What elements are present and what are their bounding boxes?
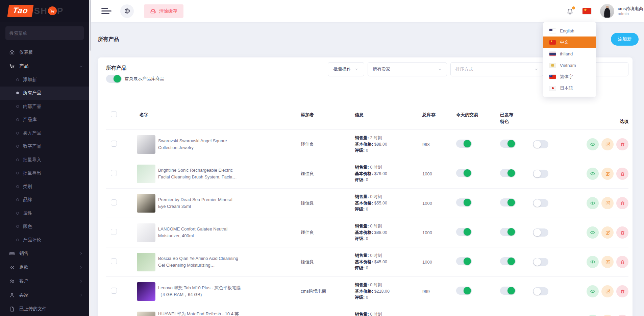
sidebar-item-customers[interactable]: 客户 (0, 274, 89, 288)
delete-button[interactable] (616, 168, 628, 180)
featured-toggle[interactable] (533, 287, 548, 295)
product-name-link[interactable]: Premier by Dead Sea Premier Mineral Eye … (158, 196, 241, 210)
view-button[interactable] (587, 285, 599, 297)
sidebar-item-refunds[interactable]: 退款 (0, 261, 89, 274)
sidebar-item-products[interactable]: 产品 (0, 59, 89, 73)
sidebar-item-attributes[interactable]: 属性 (0, 206, 89, 220)
sidebar-item-seller-products[interactable]: 卖方产品 (0, 126, 89, 140)
homepage-pool-toggle[interactable] (106, 75, 122, 83)
language-option-vn[interactable]: Vietnam (543, 59, 596, 71)
menu-toggle-icon[interactable] (101, 8, 112, 14)
row-checkbox[interactable] (111, 258, 117, 264)
sort-select[interactable]: 排序方式 (450, 62, 543, 76)
delete-button[interactable] (616, 138, 628, 150)
row-checkbox[interactable] (111, 170, 117, 176)
user-role: admin (618, 11, 643, 16)
row-checkbox[interactable] (111, 288, 117, 294)
sidebar-item-brands[interactable]: 品牌 (0, 193, 89, 207)
view-button[interactable] (587, 226, 599, 239)
todays-deal-toggle[interactable] (456, 198, 472, 206)
view-button[interactable] (587, 256, 599, 268)
edit-button[interactable] (601, 285, 614, 297)
sidebar-item-bulk-import[interactable]: 批量导入 (0, 153, 89, 167)
featured-toggle[interactable] (533, 170, 548, 178)
sidebar-item-digital-products[interactable]: 数字产品 (0, 140, 89, 153)
product-name-link[interactable]: Lenovo 聯想 Tab M10 Plus - 灰色平板電腦（4 GB RAM… (158, 285, 241, 298)
edit-button[interactable] (601, 315, 614, 316)
published-toggle[interactable] (500, 198, 516, 206)
row-checkbox[interactable] (111, 199, 117, 205)
current-language-flag-icon[interactable] (583, 8, 591, 14)
featured-toggle[interactable] (533, 258, 548, 266)
view-button[interactable] (587, 168, 599, 180)
sidebar-item-sales[interactable]: 销售 (0, 247, 89, 261)
view-button[interactable] (587, 197, 599, 209)
bulk-action-dropdown[interactable]: 批量操作 (328, 62, 364, 76)
edit-button[interactable] (601, 197, 614, 209)
todays-deal-toggle[interactable] (456, 257, 472, 265)
sidebar-item-inhouse-products[interactable]: 内部产品 (0, 100, 89, 113)
published-toggle[interactable] (500, 257, 516, 265)
view-button[interactable] (587, 315, 599, 316)
product-name-link[interactable]: LANCOME Confort Galatee Neutral Moisturi… (158, 226, 241, 239)
added-by-value: 鍾佳良 (301, 141, 355, 147)
row-checkbox[interactable] (111, 229, 117, 235)
view-button[interactable] (587, 138, 599, 150)
featured-toggle[interactable] (533, 140, 548, 148)
product-name-link[interactable]: HUAWEI 华为 MatePad Refresh - 10.4 英寸 2K F… (158, 311, 241, 316)
language-dropdown: English 中文 thiland Vietnam 繁体字 日本語 (543, 22, 596, 97)
language-option-jp[interactable]: 日本語 (543, 82, 596, 94)
featured-toggle[interactable] (533, 228, 548, 237)
language-option-th[interactable]: thiland (543, 48, 596, 59)
todays-deal-toggle[interactable] (456, 228, 472, 236)
app-logo[interactable]: Tao SHP (0, 0, 89, 22)
published-toggle[interactable] (500, 140, 516, 148)
website-link-button[interactable] (120, 4, 134, 18)
edit-button[interactable] (601, 138, 614, 150)
product-name-link[interactable]: Boscia Bo Qian Ye Amino Acid Cleansing G… (158, 255, 241, 269)
edit-button[interactable] (601, 168, 614, 180)
menu-search-input[interactable] (5, 26, 84, 40)
product-name-link[interactable]: Swarovski Swarovski Angel Square Collect… (158, 138, 241, 151)
sidebar-item-add-new[interactable]: 添加新 (0, 73, 89, 87)
todays-deal-toggle[interactable] (456, 287, 472, 295)
sidebar-item-sellers[interactable]: 卖家 (0, 288, 89, 302)
product-info: 销售量: 0 时刻 基本价格: $79.00 评级: 0 (355, 164, 422, 183)
sidebar-item-uploaded-files[interactable]: 已上传的文件 (0, 302, 89, 316)
delete-button[interactable] (616, 315, 628, 316)
clear-cache-button[interactable]: 清除缓存 (144, 4, 183, 18)
sidebar-item-colors[interactable]: 颜色 (0, 220, 89, 234)
featured-toggle[interactable] (533, 199, 548, 207)
col-name: 名字 (137, 112, 301, 118)
language-option-cn[interactable]: 中文 (543, 37, 596, 48)
delete-button[interactable] (616, 197, 628, 209)
sidebar-item-categories[interactable]: 类别 (0, 180, 89, 193)
language-option-us[interactable]: English (543, 25, 596, 37)
todays-deal-toggle[interactable] (456, 169, 472, 177)
todays-deal-toggle[interactable] (456, 140, 472, 148)
edit-button[interactable] (601, 256, 614, 268)
delete-button[interactable] (616, 285, 628, 297)
add-new-button[interactable]: 添加新 (611, 33, 639, 46)
published-toggle[interactable] (500, 228, 516, 236)
sidebar-item-product-pool[interactable]: 产品库 (0, 113, 89, 127)
published-toggle[interactable] (500, 169, 516, 177)
product-image (137, 312, 155, 316)
delete-button[interactable] (616, 226, 628, 239)
sidebar-item-dashboard[interactable]: 仪表板 (0, 45, 89, 59)
rating-value: 0 (366, 148, 368, 153)
sidebar-item-product-reviews[interactable]: 产品评论 (0, 233, 89, 247)
sidebar-item-all-products[interactable]: 所有产品 (0, 87, 89, 100)
delete-button[interactable] (616, 256, 628, 268)
user-menu[interactable]: cms跨境电商 admin (600, 4, 643, 18)
bulk-action-label: 批量操作 (333, 66, 351, 72)
sidebar-item-bulk-export[interactable]: 批量导出 (0, 167, 89, 180)
notifications-button[interactable] (566, 7, 574, 15)
select-all-checkbox[interactable] (111, 111, 117, 117)
product-name-link[interactable]: Brightline Sonic Rechargeable Electric F… (158, 167, 241, 180)
published-toggle[interactable] (500, 287, 516, 295)
language-option-tw[interactable]: 繁体字 (543, 71, 596, 82)
edit-button[interactable] (601, 226, 614, 239)
row-checkbox[interactable] (111, 141, 117, 147)
seller-filter-select[interactable]: 所有卖家 (368, 62, 447, 76)
